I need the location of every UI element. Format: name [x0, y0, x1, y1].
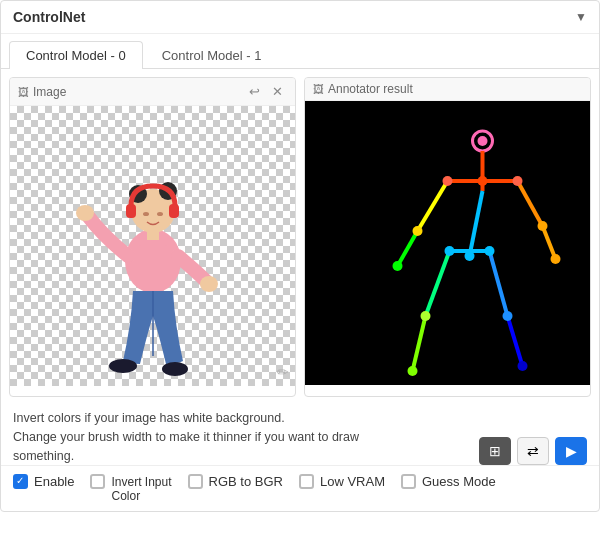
- svg-point-41: [421, 311, 431, 321]
- controls-row: Enable Invert Input Color RGB to BGR Low…: [1, 465, 599, 511]
- config-button[interactable]: ⊞: [479, 437, 511, 465]
- svg-point-40: [485, 246, 495, 256]
- svg-rect-5: [126, 204, 136, 218]
- guess-mode-checkbox[interactable]: [401, 474, 416, 489]
- enable-label: Enable: [34, 474, 74, 489]
- collapse-icon[interactable]: ▼: [575, 10, 587, 24]
- svg-point-39: [445, 246, 455, 256]
- info-line-3: something.: [13, 447, 471, 466]
- image-label: Image: [33, 85, 66, 99]
- annotator-panel-header: 🖼 Annotator result: [305, 78, 590, 101]
- svg-point-10: [76, 205, 94, 221]
- svg-point-43: [503, 311, 513, 321]
- guess-mode-control: Guess Mode: [401, 474, 496, 489]
- action-buttons-row: ⊞ ⇄ ▶: [479, 437, 587, 465]
- svg-point-35: [393, 261, 403, 271]
- image-icon: 🖼: [18, 86, 29, 98]
- enable-control: Enable: [13, 474, 74, 489]
- svg-point-42: [408, 366, 418, 376]
- panel-title: ControlNet: [13, 9, 85, 25]
- info-line-1: Invert colors if your image has white ba…: [13, 409, 471, 428]
- svg-point-36: [538, 221, 548, 231]
- guess-mode-label: Guess Mode: [422, 474, 496, 489]
- invert-input-checkbox[interactable]: [90, 474, 105, 489]
- svg-rect-9: [147, 230, 159, 240]
- image-upload-panel: 🖼 Image ↩ ✕: [9, 77, 296, 397]
- svg-point-44: [518, 361, 528, 371]
- run-button[interactable]: ▶: [555, 437, 587, 465]
- svg-point-13: [162, 362, 188, 376]
- svg-point-37: [551, 254, 561, 264]
- invert-input-sublabel: Color: [111, 489, 140, 503]
- pose-skeleton: [305, 101, 590, 381]
- low-vram-control: Low VRAM: [299, 474, 385, 489]
- svg-point-32: [443, 176, 453, 186]
- svg-point-8: [157, 212, 163, 216]
- image-panel-header: 🖼 Image ↩ ✕: [10, 78, 295, 106]
- image-canvas[interactable]: Start drawing ✏: [10, 106, 295, 386]
- svg-rect-6: [169, 204, 179, 218]
- annotator-label: Annotator result: [328, 82, 413, 96]
- info-line-2: Change your brush width to make it thinn…: [13, 428, 471, 447]
- svg-point-30: [478, 136, 488, 146]
- tabs-row: Control Model - 0 Control Model - 1: [1, 34, 599, 69]
- undo-button[interactable]: ↩: [245, 82, 264, 101]
- panel-header: ControlNet ▼: [1, 1, 599, 34]
- annotator-header-left: 🖼 Annotator result: [313, 82, 413, 96]
- invert-input-label: Invert Input: [111, 475, 171, 489]
- annotator-image-icon: 🖼: [313, 83, 324, 95]
- svg-point-38: [465, 251, 475, 261]
- rgb-bgr-label: RGB to BGR: [209, 474, 283, 489]
- svg-point-34: [413, 226, 423, 236]
- svg-rect-16: [308, 101, 588, 381]
- enable-checkbox[interactable]: [13, 474, 28, 489]
- svg-point-7: [143, 212, 149, 216]
- invert-input-control: Invert Input Color: [90, 474, 171, 503]
- rgb-bgr-control: RGB to BGR: [188, 474, 283, 489]
- svg-point-12: [109, 359, 137, 373]
- annotator-canvas: [305, 101, 590, 385]
- image-header-left: 🖼 Image: [18, 85, 66, 99]
- person-figure: Start drawing: [28, 106, 278, 386]
- swap-icon: ⇄: [527, 443, 539, 459]
- edit-icon[interactable]: ✏: [277, 364, 289, 380]
- info-section: Invert colors if your image has white ba…: [13, 409, 471, 465]
- swap-button[interactable]: ⇄: [517, 437, 549, 465]
- clear-button[interactable]: ✕: [268, 82, 287, 101]
- annotator-panel: 🖼 Annotator result: [304, 77, 591, 397]
- low-vram-label: Low VRAM: [320, 474, 385, 489]
- image-header-right: ↩ ✕: [245, 82, 287, 101]
- low-vram-checkbox[interactable]: [299, 474, 314, 489]
- tab-control-model-0[interactable]: Control Model - 0: [9, 41, 143, 69]
- svg-point-33: [513, 176, 523, 186]
- tab-control-model-1[interactable]: Control Model - 1: [145, 41, 279, 69]
- config-icon: ⊞: [489, 443, 501, 459]
- run-icon: ▶: [566, 443, 577, 459]
- rgb-bgr-checkbox[interactable]: [188, 474, 203, 489]
- svg-point-11: [200, 276, 218, 292]
- controlnet-panel: ControlNet ▼ Control Model - 0 Control M…: [0, 0, 600, 512]
- images-container: 🖼 Image ↩ ✕: [1, 69, 599, 405]
- svg-point-31: [478, 176, 488, 186]
